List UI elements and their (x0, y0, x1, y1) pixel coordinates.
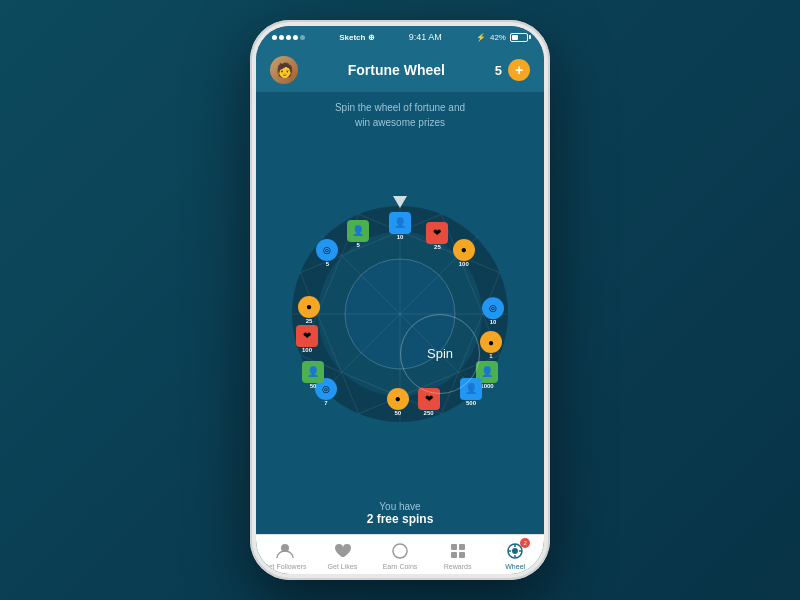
status-time: 9:41 AM (409, 32, 442, 42)
segment-coin-100: ● 100 (453, 239, 475, 267)
tab-wheel-label: Wheel (505, 563, 525, 570)
tab-get-followers-label: Get Followers (263, 563, 306, 570)
spin-button[interactable]: Spin (400, 314, 480, 394)
spin-label: Spin (427, 346, 453, 361)
segment-wheel-10: ◎ 10 (482, 297, 504, 325)
bluetooth-icon: ⚡ (476, 33, 486, 42)
tab-earn-coins-icon (390, 541, 410, 561)
phone-screen: Sketch ⊕ 9:41 AM ⚡ 42% 🧑 Fortune Wheel 5… (256, 26, 544, 574)
tab-rewards-icon (448, 541, 468, 561)
avatar[interactable]: 🧑 (270, 56, 298, 84)
svg-rect-18 (459, 544, 465, 550)
tab-rewards-label: Rewards (444, 563, 472, 570)
page-title: Fortune Wheel (348, 62, 445, 78)
svg-rect-19 (451, 552, 457, 558)
signal-dots (272, 35, 305, 40)
tab-rewards[interactable]: Rewards (436, 541, 480, 570)
tab-get-likes-icon (332, 541, 352, 561)
segment-followers-10: 👤 10 (389, 212, 411, 240)
tab-get-likes-label: Get Likes (328, 563, 358, 570)
free-spins-label: 2 free spins (264, 512, 536, 526)
status-bar: Sketch ⊕ 9:41 AM ⚡ 42% (256, 26, 544, 48)
add-coins-button[interactable]: + (508, 59, 530, 81)
segment-heart-100: ❤ 100 (296, 325, 318, 353)
tab-get-followers-icon (275, 541, 295, 561)
tab-bar: Get Followers Get Likes Earn Coins (256, 534, 544, 574)
bottom-info: You have 2 free spins (256, 493, 544, 534)
battery-pct: 42% (490, 33, 506, 42)
tab-get-likes[interactable]: Get Likes (320, 541, 364, 570)
status-right: ⚡ 42% (476, 33, 528, 42)
wheel-area: Spin 👤 10 ❤ 25 ● 100 (256, 134, 544, 493)
subtitle: Spin the wheel of fortune and win awesom… (256, 92, 544, 134)
subtitle-line1: Spin the wheel of fortune and (276, 100, 524, 115)
segment-followers-50: 👤 50 (302, 361, 324, 389)
header-right: 5 + (495, 59, 530, 81)
segment-followers-5: 👤 5 (347, 220, 369, 248)
tab-wheel-icon: 2 (505, 541, 525, 561)
fortune-wheel[interactable]: Spin 👤 10 ❤ 25 ● 100 (290, 204, 510, 424)
segment-wheel-5: ◎ 5 (316, 239, 338, 267)
sketch-label: Sketch ⊕ (339, 33, 374, 42)
svg-point-22 (512, 548, 518, 554)
tab-get-followers[interactable]: Get Followers (263, 541, 307, 570)
segment-coin-1: ● 1 (480, 331, 502, 359)
segment-coin-50: ● 50 (387, 388, 409, 416)
tab-earn-coins[interactable]: Earn Coins (378, 541, 422, 570)
segment-coin-25: ● 25 (298, 296, 320, 324)
svg-rect-17 (451, 544, 457, 550)
wheel-pointer (393, 196, 407, 208)
subtitle-line2: win awesome prizes (276, 115, 524, 130)
header: 🧑 Fortune Wheel 5 + (256, 48, 544, 92)
tab-wheel[interactable]: 2 Wheel (493, 541, 537, 570)
you-have-label: You have (264, 501, 536, 512)
svg-point-16 (393, 544, 407, 558)
battery-icon (510, 33, 528, 42)
phone-frame: Sketch ⊕ 9:41 AM ⚡ 42% 🧑 Fortune Wheel 5… (250, 20, 550, 580)
svg-rect-20 (459, 552, 465, 558)
tab-earn-coins-label: Earn Coins (383, 563, 418, 570)
coin-count: 5 (495, 63, 502, 78)
segment-heart-25: ❤ 25 (426, 222, 448, 250)
wheel-badge: 2 (520, 538, 530, 548)
